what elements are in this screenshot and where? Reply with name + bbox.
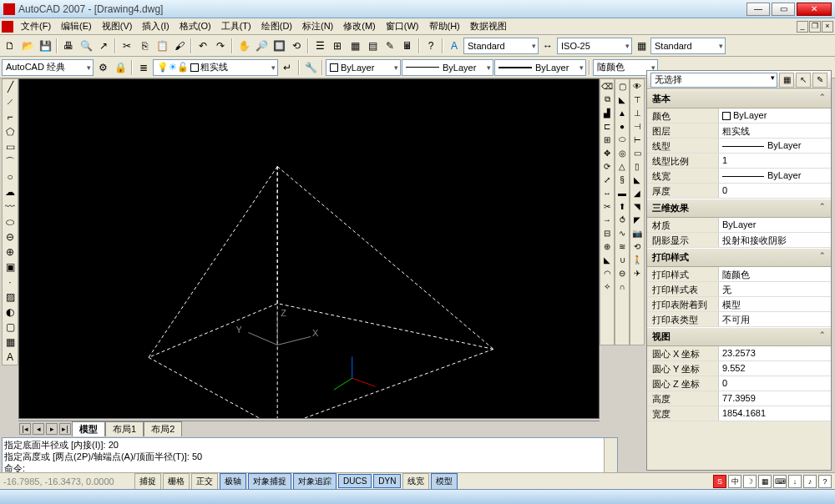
prop-lineweight-value[interactable]: ByLayer <box>719 169 831 183</box>
insert-icon[interactable]: ⊕ <box>3 244 18 260</box>
ws-lock-icon[interactable]: 🔒 <box>112 59 129 76</box>
circle-icon[interactable]: ○ <box>3 169 18 184</box>
layer-prev-icon[interactable]: ↵ <box>279 59 296 76</box>
menu-window[interactable]: 窗口(W) <box>381 18 424 34</box>
menu-tools[interactable]: 工具(T) <box>216 18 256 34</box>
group-general[interactable]: 基本 <box>647 89 831 108</box>
new-icon[interactable]: 🗋 <box>2 38 18 54</box>
fly-icon[interactable]: ✈ <box>630 266 644 280</box>
mirror-icon[interactable]: ▟ <box>600 106 614 119</box>
hatch-icon[interactable]: ▨ <box>3 290 18 305</box>
polygon-icon[interactable]: ⬠ <box>3 124 18 139</box>
lineweight-combo[interactable]: ByLayer <box>494 59 586 76</box>
prop-plottype-value[interactable]: 不可用 <box>719 312 831 326</box>
calc-icon[interactable]: 🖩 <box>399 38 416 54</box>
coord-display[interactable]: -16.7985, -16.3473, 0.0000 <box>0 476 134 486</box>
grid-toggle[interactable]: 栅格 <box>163 473 190 490</box>
left-view-icon[interactable]: ⊣ <box>630 119 644 133</box>
prop-height-value[interactable]: 77.3959 <box>719 391 831 406</box>
stretch-icon[interactable]: ↔ <box>600 186 614 199</box>
prop-cx-value[interactable]: 23.2573 <box>719 346 831 360</box>
cut-icon[interactable]: ✂ <box>119 38 135 54</box>
arc-icon[interactable]: ⌒ <box>3 154 18 169</box>
minimize-button[interactable]: — <box>746 3 770 16</box>
trim-icon[interactable]: ✂ <box>600 199 614 213</box>
walk-icon[interactable]: 🚶 <box>630 253 644 266</box>
join-icon[interactable]: ⊕ <box>600 239 614 253</box>
polar-toggle[interactable]: 极轴 <box>220 473 246 490</box>
maximize-button[interactable]: ▭ <box>772 3 795 16</box>
offset-icon[interactable]: ⊏ <box>600 119 614 133</box>
color-combo[interactable]: ByLayer <box>326 59 401 76</box>
lwt-toggle[interactable]: 线宽 <box>402 473 429 490</box>
sw-iso-icon[interactable]: ◣ <box>630 173 644 186</box>
ducs-toggle[interactable]: DUCS <box>338 474 372 488</box>
save-icon[interactable]: 💾 <box>37 38 53 54</box>
prop-plotattach-value[interactable]: 模型 <box>719 297 831 311</box>
gradient-icon[interactable]: ◐ <box>3 305 18 320</box>
ime-icon[interactable]: S <box>713 475 726 488</box>
se-iso-icon[interactable]: ◢ <box>630 186 644 199</box>
union-icon[interactable]: ∪ <box>615 253 629 266</box>
menu-dim[interactable]: 标注(N) <box>297 18 338 34</box>
prop-plotstyle-value[interactable]: 随颜色 <box>719 267 831 281</box>
mdi-close[interactable]: × <box>822 21 833 33</box>
dim-style-icon[interactable]: ↔ <box>539 38 556 54</box>
back-view-icon[interactable]: ▯ <box>630 159 644 173</box>
tray-item-4[interactable]: ⌨ <box>773 475 787 488</box>
prop-width-value[interactable]: 1854.1681 <box>719 406 831 421</box>
extend-icon[interactable]: → <box>600 213 614 226</box>
group-view[interactable]: 视图 <box>647 327 831 346</box>
region-icon[interactable]: ▢ <box>3 320 18 335</box>
prop-linetype-value[interactable]: ByLayer <box>719 139 831 153</box>
menu-file[interactable]: 文件(F) <box>16 18 56 34</box>
ellipse-arc-icon[interactable]: ⊖ <box>3 229 18 244</box>
prop-ltscale-value[interactable]: 1 <box>719 154 831 168</box>
polysolid-icon[interactable]: ▬ <box>615 186 629 199</box>
menu-dataview[interactable]: 数据视图 <box>465 18 512 34</box>
quick-select-icon[interactable]: ▦ <box>779 73 794 88</box>
prop-plottable-value[interactable]: 无 <box>719 282 831 296</box>
zoom-win-icon[interactable]: 🔲 <box>271 38 287 54</box>
mk-icon[interactable]: ✎ <box>382 38 398 54</box>
tray-item-7[interactable]: ? <box>818 475 832 488</box>
otrack-toggle[interactable]: 对象追踪 <box>293 473 337 490</box>
tray-item-1[interactable]: 中 <box>728 475 741 488</box>
cylinder-icon[interactable]: ⬭ <box>615 133 629 146</box>
undo-icon[interactable]: ↶ <box>195 38 211 54</box>
tab-nav-last[interactable]: ▸| <box>59 423 71 435</box>
layer-mgr-icon[interactable]: ≣ <box>135 59 152 76</box>
command-window[interactable]: 指定底面半径或 [内接(I)]: 20 指定高度或 [两点(2P)/轴端点(A)… <box>2 437 618 477</box>
extrude-icon[interactable]: ⬆ <box>615 199 629 213</box>
menu-modify[interactable]: 修改(M) <box>338 18 381 34</box>
revolve-icon[interactable]: ⥀ <box>615 213 629 226</box>
erase-icon[interactable]: ⌫ <box>600 79 614 93</box>
layer-tools-icon[interactable]: 🔧 <box>302 59 319 76</box>
scale-icon[interactable]: ⤢ <box>600 173 614 186</box>
camera-icon[interactable]: 📷 <box>630 226 644 239</box>
ortho-toggle[interactable]: 正交 <box>191 473 218 490</box>
menu-view[interactable]: 视图(V) <box>97 18 138 34</box>
workspace-combo[interactable]: AutoCAD 经典 <box>2 59 94 76</box>
tab-model[interactable]: 模型 <box>72 421 105 436</box>
dyn-toggle[interactable]: DYN <box>373 474 401 488</box>
zoom-prev-icon[interactable]: ⟲ <box>288 38 305 54</box>
prop-shadow-value[interactable]: 投射和接收阴影 <box>719 233 831 247</box>
preview-icon[interactable]: 🔍 <box>78 38 94 54</box>
table-icon[interactable]: ▦ <box>3 335 18 350</box>
explode-icon[interactable]: ✧ <box>600 280 614 293</box>
bottom-view-icon[interactable]: ⊥ <box>630 106 644 119</box>
text-style-icon[interactable]: A <box>446 38 463 54</box>
text-style-combo[interactable]: Standard <box>463 38 539 54</box>
toggle-pickadd-icon[interactable]: ✎ <box>812 73 827 88</box>
selection-combo[interactable]: 无选择 <box>650 73 777 88</box>
tab-nav-next[interactable]: ▸ <box>46 423 58 435</box>
rect-icon[interactable]: ▭ <box>3 139 18 154</box>
group-3d[interactable]: 三维效果 <box>647 199 831 218</box>
menu-draw[interactable]: 绘图(D) <box>256 18 297 34</box>
box-icon[interactable]: ▢ <box>615 79 629 93</box>
menu-edit[interactable]: 编辑(E) <box>56 18 97 34</box>
drawing-canvas[interactable]: Z X Y <box>18 78 600 419</box>
xline-icon[interactable]: ⟋ <box>3 94 18 109</box>
cmd-scrollbar[interactable] <box>604 438 617 476</box>
